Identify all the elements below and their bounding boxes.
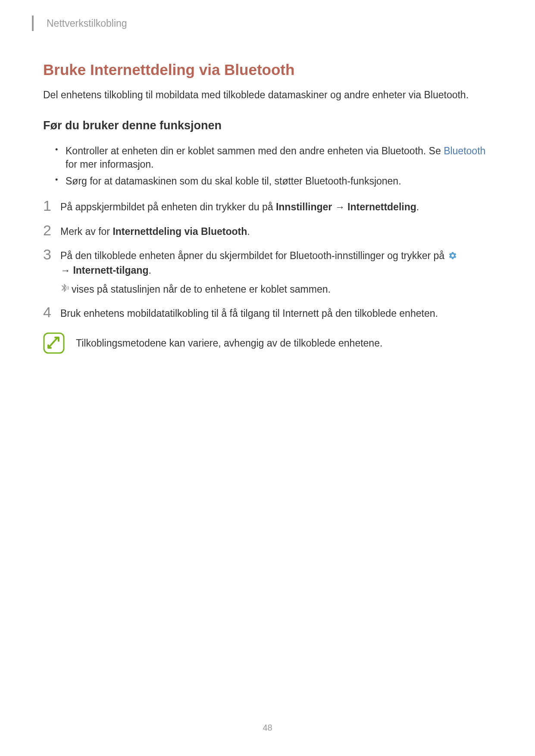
bullet-text-post: for mer informasjon. bbox=[66, 159, 154, 170]
intro-text: Del enhetens tilkobling til mobildata me… bbox=[43, 88, 492, 102]
step-part: Bruk enhetens mobildatatilkobling til å … bbox=[60, 308, 438, 319]
note-text: Tilkoblingsmetodene kan variere, avhengi… bbox=[76, 336, 382, 350]
bullet-item: Sørg for at datamaskinen som du skal kob… bbox=[55, 175, 492, 188]
header-title: Nettverkstilkobling bbox=[47, 18, 127, 29]
step-part: → bbox=[60, 265, 73, 276]
step-part: På den tilkoblede enheten åpner du skjer… bbox=[60, 250, 447, 261]
step-part: Merk av for bbox=[60, 226, 113, 237]
bluetooth-link[interactable]: Bluetooth bbox=[444, 145, 485, 156]
step-part-bold: Innstillinger bbox=[276, 201, 332, 212]
bullet-item: Kontroller at enheten din er koblet samm… bbox=[55, 144, 492, 171]
step-part-bold: Internettdeling via Bluetooth bbox=[113, 226, 247, 237]
step-4: 4 Bruk enhetens mobildatatilkobling til … bbox=[43, 306, 492, 320]
step-part: . bbox=[148, 265, 151, 276]
step-part: På appskjermbildet på enheten din trykke… bbox=[60, 201, 276, 212]
note-icon bbox=[43, 332, 65, 354]
bluetooth-tethering-icon bbox=[60, 282, 70, 296]
page-number: 48 bbox=[263, 723, 272, 733]
step-text: Merk av for Internettdeling via Bluetoot… bbox=[60, 225, 492, 238]
bullet-text-pre: Sørg for at datamaskinen som du skal kob… bbox=[66, 175, 401, 187]
bullet-text-pre: Kontroller at enheten din er koblet samm… bbox=[66, 145, 444, 156]
page-content: Nettverkstilkobling Bruke Internettdelin… bbox=[0, 0, 535, 354]
gear-icon bbox=[448, 250, 457, 263]
step-part-bold: Internettdeling bbox=[347, 201, 416, 212]
header-section: Nettverkstilkobling bbox=[43, 16, 492, 31]
bullet-list: Kontroller at enheten din er koblet samm… bbox=[43, 144, 492, 188]
note-box: Tilkoblingsmetodene kan variere, avhengi… bbox=[43, 332, 492, 354]
step-3: 3 På den tilkoblede enheten åpner du skj… bbox=[43, 249, 492, 296]
step-1: 1 På appskjermbildet på enheten din tryk… bbox=[43, 200, 492, 214]
step-part: . bbox=[416, 201, 419, 212]
step-number: 1 bbox=[43, 198, 60, 213]
step-number: 2 bbox=[43, 223, 60, 237]
step-2: 2 Merk av for Internettdeling via Blueto… bbox=[43, 225, 492, 238]
status-text: vises på statuslinjen når de to enhetene… bbox=[72, 282, 331, 296]
main-heading: Bruke Internettdeling via Bluetooth bbox=[43, 61, 492, 78]
step-number: 4 bbox=[43, 305, 60, 319]
step-text: På appskjermbildet på enheten din trykke… bbox=[60, 200, 492, 214]
step-text: Bruk enhetens mobildatatilkobling til å … bbox=[60, 306, 492, 320]
svg-rect-0 bbox=[44, 333, 64, 353]
step-text: På den tilkoblede enheten åpner du skjer… bbox=[60, 249, 492, 296]
step-part-bold: Internett-tilgang bbox=[73, 265, 148, 276]
step-part: → bbox=[332, 201, 347, 212]
step-number: 3 bbox=[43, 247, 60, 262]
subheading: Før du bruker denne funksjonen bbox=[43, 119, 492, 132]
step-part: . bbox=[247, 226, 250, 237]
status-line: vises på statuslinjen når de to enhetene… bbox=[60, 282, 492, 296]
header-accent-bar bbox=[32, 16, 34, 31]
numbered-list: 1 På appskjermbildet på enheten din tryk… bbox=[43, 200, 492, 320]
